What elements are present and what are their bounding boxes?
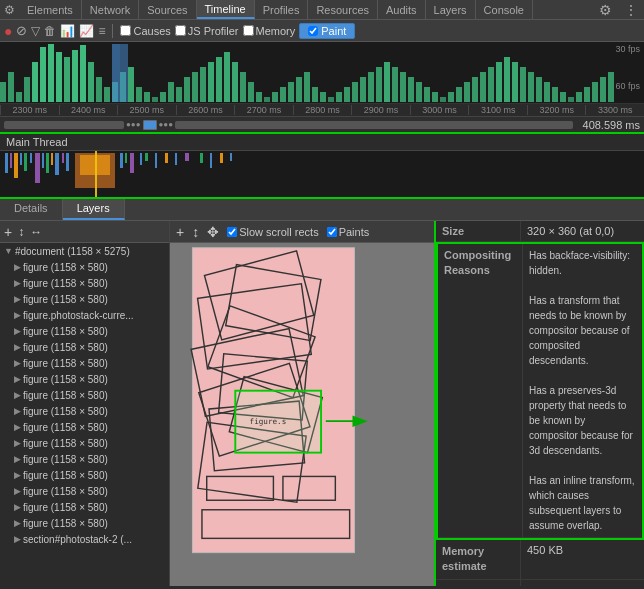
tree-item-figure-11[interactable]: ▶ figure (1158 × 580) [0, 419, 169, 435]
nav-tab-elements[interactable]: Elements [19, 0, 82, 19]
main-thread-label: Main Thread [0, 134, 644, 151]
nav-tab-sources[interactable]: Sources [139, 0, 196, 19]
add-layer-icon[interactable]: + [4, 224, 12, 240]
canvas-add-icon[interactable]: + [176, 224, 184, 240]
nav-tab-profiles[interactable]: Profiles [255, 0, 309, 19]
js-profiler-checkbox[interactable] [175, 25, 186, 36]
tree-item-section[interactable]: ▶ section#photostack-2 (... [0, 531, 169, 547]
canvas-pan-icon[interactable]: ✥ [207, 224, 219, 240]
tree-item-figure-photostack[interactable]: ▶ figure.photostack-curre... [0, 307, 169, 323]
paints-checkbox[interactable] [327, 227, 337, 237]
tree-item-figure-16[interactable]: ▶ figure (1158 × 580) [0, 499, 169, 515]
timeline-icon[interactable]: 📈 [79, 24, 94, 38]
svg-rect-65 [520, 67, 526, 102]
js-profiler-checkbox-label[interactable]: JS Profiler [175, 25, 239, 37]
tree-item-document[interactable]: ▼ #document (1158 × 5275) [0, 243, 169, 259]
slow-scroll-checkbox[interactable] [227, 227, 237, 237]
tree-item-figure-12[interactable]: ▶ figure (1158 × 580) [0, 435, 169, 451]
slow-scroll-checkbox-label[interactable]: Slow scroll rects [227, 226, 318, 238]
main-content: + ↕ ↔ ▼ #document (1158 × 5275) ▶ figure… [0, 221, 644, 586]
svg-rect-103 [200, 153, 203, 163]
time-mark-2400: 2400 ms [59, 105, 118, 115]
svg-rect-7 [56, 52, 62, 102]
memory-checkbox[interactable] [243, 25, 254, 36]
svg-rect-0 [0, 82, 6, 102]
causes-checkbox[interactable] [120, 25, 131, 36]
svg-rect-1 [8, 72, 14, 102]
tree-item-figure-15[interactable]: ▶ figure (1158 × 580) [0, 483, 169, 499]
svg-rect-74 [592, 82, 598, 102]
compositing-reasons-key: CompositingReasons [438, 244, 523, 537]
svg-rect-10 [80, 45, 86, 102]
svg-rect-104 [210, 153, 212, 168]
nav-tab-resources[interactable]: Resources [308, 0, 378, 19]
svg-rect-105 [220, 153, 223, 163]
tree-item-figure-5[interactable]: ▶ figure (1158 × 580) [0, 323, 169, 339]
menu-icon[interactable]: ≡ [98, 24, 105, 38]
nav-tab-layers[interactable]: Layers [426, 0, 476, 19]
record-icon[interactable]: ● [4, 23, 12, 39]
memory-checkbox-label[interactable]: Memory [243, 25, 296, 37]
svg-rect-46 [368, 72, 374, 102]
svg-rect-50 [400, 72, 406, 102]
more-icon[interactable]: ⋮ [618, 2, 644, 18]
tab-details[interactable]: Details [0, 199, 63, 220]
settings-icon[interactable]: ⚙ [593, 2, 618, 18]
svg-rect-8 [64, 57, 70, 102]
layers-canvas-panel[interactable]: + ↕ ✥ Slow scroll rects Paints [170, 221, 434, 586]
tl-seg-dots: ●●● ●●● [126, 120, 173, 130]
tree-item-figure-6[interactable]: ▶ figure (1158 × 580) [0, 339, 169, 355]
tree-item-figure-8[interactable]: ▶ figure (1158 × 580) [0, 371, 169, 387]
svg-rect-72 [576, 92, 582, 102]
move-icon[interactable]: ↕ [18, 225, 24, 239]
paints-checkbox-label[interactable]: Paints [327, 226, 370, 238]
canvas-toolbar: + ↕ ✥ Slow scroll rects Paints [170, 221, 434, 243]
timeline-selection-bar[interactable]: ●●● ●●● 408.598 ms [0, 117, 644, 134]
svg-rect-76 [608, 72, 614, 102]
svg-rect-33 [264, 97, 270, 102]
causes-checkbox-label[interactable]: Causes [120, 25, 170, 37]
tree-item-figure-10[interactable]: ▶ figure (1158 × 580) [0, 403, 169, 419]
svg-rect-99 [155, 153, 157, 168]
canvas-move-icon[interactable]: ↕ [192, 224, 199, 240]
svg-rect-91 [66, 153, 69, 171]
memory-row: Memoryestimate 450 KB [436, 540, 644, 580]
tree-item-figure-14[interactable]: ▶ figure (1158 × 580) [0, 467, 169, 483]
nav-tab-timeline[interactable]: Timeline [197, 0, 255, 19]
svg-rect-95 [125, 153, 127, 163]
svg-rect-98 [145, 153, 148, 161]
tab-layers[interactable]: Layers [63, 199, 125, 220]
svg-rect-20 [160, 92, 166, 102]
svg-rect-66 [528, 72, 534, 102]
svg-rect-56 [448, 92, 454, 102]
time-mark-3300: 3300 ms [585, 105, 644, 115]
layers-sub-toolbar: + ↕ ↔ [0, 221, 169, 243]
svg-rect-34 [272, 92, 278, 102]
svg-rect-48 [384, 62, 390, 102]
tree-item-figure-2[interactable]: ▶ figure (1158 × 580) [0, 275, 169, 291]
zoom-icon[interactable]: ↔ [30, 225, 42, 239]
paint-checkbox[interactable] [308, 26, 318, 36]
tree-item-figure-9[interactable]: ▶ figure (1158 × 580) [0, 387, 169, 403]
delete-icon[interactable]: 🗑 [44, 24, 56, 38]
slow-scroll-label: Slow scroll rects [239, 226, 318, 238]
svg-rect-24 [192, 72, 198, 102]
nav-tab-console[interactable]: Console [476, 0, 533, 19]
tree-item-figure-17[interactable]: ▶ figure (1158 × 580) [0, 515, 169, 531]
tree-item-figure-7[interactable]: ▶ figure (1158 × 580) [0, 355, 169, 371]
svg-rect-5 [40, 47, 46, 102]
bar-chart-icon[interactable]: 📊 [60, 24, 75, 38]
thread-chart[interactable] [0, 151, 644, 199]
tree-item-figure-1[interactable]: ▶ figure (1158 × 580) [0, 259, 169, 275]
svg-rect-70 [560, 92, 566, 102]
clear-icon[interactable]: ▽ [31, 24, 40, 38]
tree-item-figure-13[interactable]: ▶ figure (1158 × 580) [0, 451, 169, 467]
nav-tab-audits[interactable]: Audits [378, 0, 426, 19]
nav-tab-network[interactable]: Network [82, 0, 139, 19]
canvas-content[interactable]: figure.s [170, 243, 434, 586]
tree-item-figure-3[interactable]: ▶ figure (1158 × 580) [0, 291, 169, 307]
svg-rect-88 [51, 153, 53, 165]
stop-icon[interactable]: ⊘ [16, 23, 27, 38]
paint-button[interactable]: Paint [299, 23, 355, 39]
svg-rect-29 [232, 62, 238, 102]
